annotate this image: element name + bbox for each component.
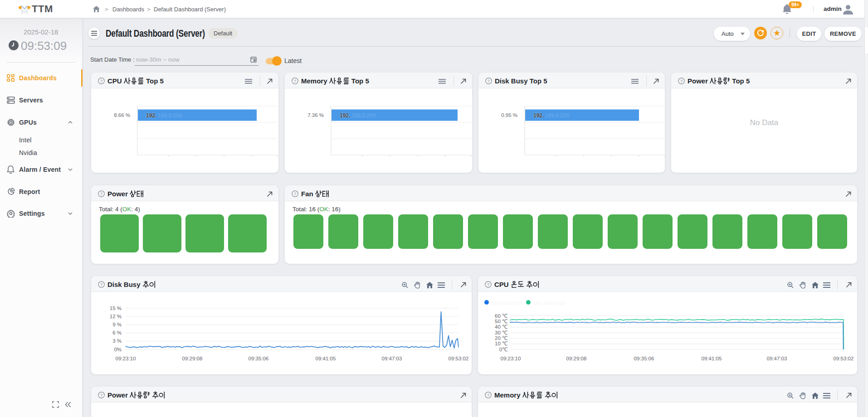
svg-text:6 %: 6 % (112, 330, 122, 335)
svg-text:?: ? (294, 192, 296, 196)
svg-text:7.36 %: 7.36 % (307, 112, 324, 118)
svg-text:0%: 0% (114, 347, 122, 352)
svg-text:192.: 192. (340, 112, 350, 119)
svg-text:?: ? (100, 192, 102, 196)
svg-text:?: ? (680, 79, 683, 83)
svg-text:9 %: 9 % (112, 322, 122, 327)
svg-text:0℃: 0℃ (499, 347, 508, 352)
svg-text:?: ? (100, 393, 102, 398)
svg-text:09:53:02: 09:53:02 (834, 356, 854, 361)
svg-text:168.0.200: 168.0.200 (351, 112, 376, 119)
svg-text:?: ? (487, 282, 489, 287)
svg-text:?: ? (100, 79, 102, 83)
svg-text:09:53:02: 09:53:02 (449, 356, 469, 361)
svg-text:168.0.200: 168.0.200 (158, 112, 182, 119)
svg-text:?: ? (294, 79, 296, 83)
svg-text:50 ℃: 50 ℃ (495, 319, 508, 324)
svg-text:30 ℃: 30 ℃ (495, 330, 508, 335)
svg-text:?: ? (487, 393, 489, 398)
svg-text:09:35:06: 09:35:06 (249, 356, 269, 361)
svg-text:09:23:10: 09:23:10 (501, 356, 521, 361)
svg-text:09:29:08: 09:29:08 (182, 356, 203, 361)
svg-text:09:47:03: 09:47:03 (767, 356, 787, 361)
svg-text:09:41:05: 09:41:05 (316, 356, 336, 361)
svg-text:168.0.200: 168.0.200 (545, 112, 570, 119)
svg-text:09:23:10: 09:23:10 (116, 356, 136, 361)
svg-text:?: ? (100, 282, 102, 287)
svg-text:09:35:06: 09:35:06 (634, 356, 654, 361)
svg-text:10 ℃: 10 ℃ (495, 341, 508, 346)
svg-text:192.: 192. (533, 112, 544, 119)
svg-text:192.: 192. (146, 112, 156, 119)
svg-text:09:29:08: 09:29:08 (566, 356, 587, 361)
svg-text:20 ℃: 20 ℃ (495, 335, 508, 341)
svg-text:15 %: 15 % (110, 305, 122, 311)
svg-text:3 %: 3 % (112, 338, 122, 344)
svg-text:?: ? (488, 79, 490, 83)
svg-text:0.95 %: 0.95 % (501, 112, 517, 118)
svg-text:40 ℃: 40 ℃ (495, 324, 508, 330)
svg-text:09:47:03: 09:47:03 (382, 356, 402, 361)
svg-text:12 %: 12 % (110, 314, 122, 319)
svg-text:60 ℃: 60 ℃ (495, 313, 508, 319)
svg-text:8.66 %: 8.66 % (114, 112, 130, 118)
svg-text:09:41:05: 09:41:05 (702, 356, 722, 361)
